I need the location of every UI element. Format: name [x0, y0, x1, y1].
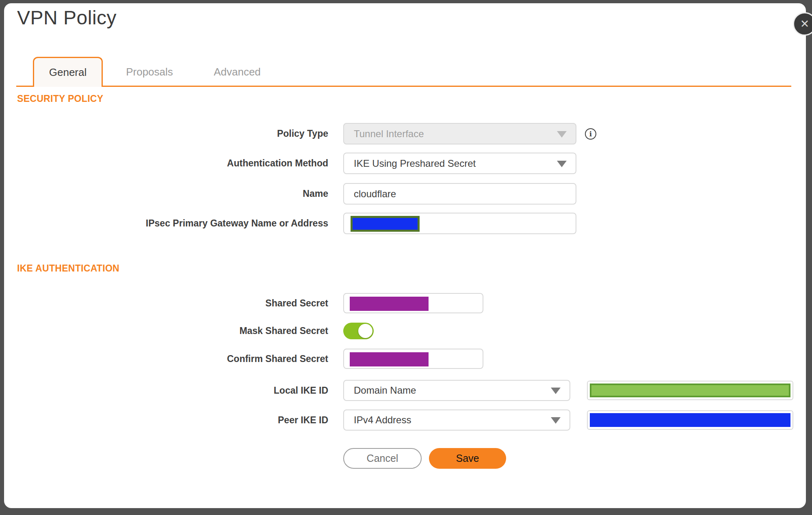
toggle-knob: [358, 324, 372, 338]
redacted-local-ike-id-value: [590, 384, 790, 397]
tab-general[interactable]: General: [33, 57, 103, 87]
confirm-shared-secret-input[interactable]: [343, 349, 483, 369]
tab-proposals-label: Proposals: [126, 66, 173, 78]
peer-ike-id-label: Peer IKE ID: [17, 409, 328, 431]
policy-type-select[interactable]: Tunnel Interface: [343, 123, 576, 144]
redacted-confirm-shared-secret-value: [350, 352, 429, 366]
redacted-shared-secret-value: [350, 297, 429, 311]
redacted-gateway-value: [351, 216, 420, 232]
info-icon[interactable]: i: [585, 128, 596, 140]
peer-ike-id-select[interactable]: IPv4 Address: [343, 409, 570, 431]
section-heading-security-policy: SECURITY POLICY: [17, 93, 103, 104]
authentication-method-label: Authentication Method: [17, 153, 328, 174]
confirm-shared-secret-label: Confirm Shared Secret: [17, 349, 328, 369]
policy-type-value: Tunnel Interface: [354, 128, 424, 140]
name-label: Name: [17, 183, 328, 205]
chevron-down-icon: [557, 131, 567, 138]
local-ike-id-type-value: Domain Name: [354, 385, 416, 396]
authentication-method-select[interactable]: IKE Using Preshared Secret: [343, 153, 576, 174]
tab-general-label: General: [49, 66, 87, 79]
authentication-method-value: IKE Using Preshared Secret: [354, 158, 476, 169]
mask-shared-secret-toggle[interactable]: [343, 323, 374, 339]
shared-secret-input[interactable]: [343, 293, 483, 313]
save-button[interactable]: Save: [429, 448, 506, 469]
name-input[interactable]: cloudflare: [343, 183, 576, 205]
chevron-down-icon: [557, 161, 567, 167]
tab-proposals[interactable]: Proposals: [115, 57, 184, 87]
local-ike-id-label: Local IKE ID: [17, 380, 328, 401]
mask-shared-secret-label: Mask Shared Secret: [17, 323, 328, 339]
peer-ike-id-type-value: IPv4 Address: [354, 414, 411, 426]
chevron-down-icon: [551, 388, 561, 394]
tab-advanced-label: Advanced: [214, 66, 261, 78]
section-heading-ike-authentication: IKE AUTHENTICATION: [17, 263, 119, 274]
policy-type-label: Policy Type: [17, 123, 328, 144]
peer-ike-id-value-field[interactable]: [587, 410, 793, 430]
local-ike-id-value-field[interactable]: [587, 381, 793, 400]
cancel-button[interactable]: Cancel: [343, 448, 422, 469]
name-value: cloudflare: [354, 188, 396, 200]
shared-secret-label: Shared Secret: [17, 293, 328, 313]
tab-advanced[interactable]: Advanced: [203, 57, 272, 87]
redacted-peer-ike-id-value: [590, 413, 790, 427]
gateway-input[interactable]: [343, 213, 576, 234]
gateway-label: IPsec Primary Gateway Name or Address: [17, 213, 328, 234]
close-icon: ✕: [800, 19, 810, 30]
local-ike-id-select[interactable]: Domain Name: [343, 380, 570, 401]
page-title: VPN Policy: [17, 6, 117, 29]
chevron-down-icon: [551, 417, 561, 424]
